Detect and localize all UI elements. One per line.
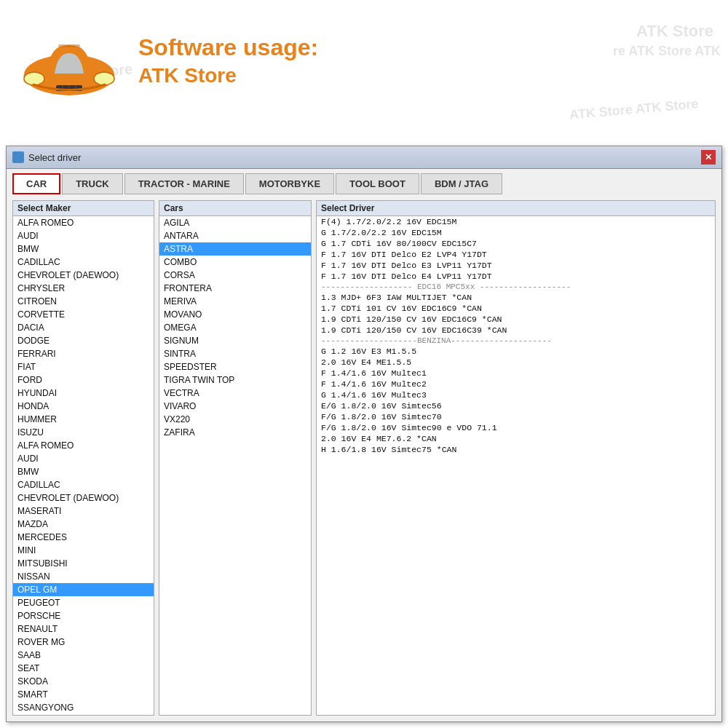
dialog-titlebar: Select driver ✕ bbox=[7, 146, 721, 169]
maker-item[interactable]: PORSCHE bbox=[13, 609, 154, 622]
car-item[interactable]: COMBO bbox=[159, 256, 311, 269]
cars-panel-header: Cars bbox=[159, 201, 311, 216]
car-item[interactable]: OMEGA bbox=[159, 321, 311, 334]
car-item[interactable]: MOVANO bbox=[159, 308, 311, 321]
maker-item[interactable]: MINI bbox=[13, 544, 154, 557]
maker-item[interactable]: FERRARI bbox=[13, 347, 154, 360]
car-item[interactable]: CORSA bbox=[159, 269, 311, 282]
car-item[interactable]: ZAFIRA bbox=[159, 426, 311, 439]
driver-item[interactable]: 1.9 CDTi 120/150 CV 16V EDC16C39 *CAN bbox=[317, 325, 715, 336]
maker-item[interactable]: CADILLAC bbox=[13, 478, 154, 491]
driver-item[interactable]: F 1.7 16V DTI Delco E2 LVP4 Y17DT bbox=[317, 249, 715, 260]
car-item[interactable]: VX220 bbox=[159, 413, 311, 426]
maker-item[interactable]: SAAB bbox=[13, 649, 154, 662]
driver-item[interactable]: 2.0 16V E4 ME7.6.2 *CAN bbox=[317, 433, 715, 444]
maker-item[interactable]: ALFA ROMEO bbox=[13, 439, 154, 452]
maker-item[interactable]: BMW bbox=[13, 242, 154, 256]
driver-item[interactable]: F(4) 1.7/2.0/2.2 16V EDC15M bbox=[317, 216, 715, 227]
car-item[interactable]: MERIVA bbox=[159, 295, 311, 308]
driver-item[interactable]: G 1.7 CDTi 16V 80/100CV EDC15C7 bbox=[317, 238, 715, 249]
driver-item[interactable]: 2.0 16V E4 ME1.5.5 bbox=[317, 357, 715, 368]
driver-divider: --------------------BENZINA-------------… bbox=[317, 336, 715, 346]
tab-tractormarine[interactable]: TRACTOR - MARINE bbox=[124, 173, 244, 194]
maker-item[interactable]: CADILLAC bbox=[13, 256, 154, 269]
maker-item[interactable]: MASERATI bbox=[13, 505, 154, 518]
maker-item[interactable]: OPEL GM bbox=[13, 583, 154, 596]
maker-item[interactable]: AUDI bbox=[13, 452, 154, 465]
driver-item[interactable]: F 1.7 16V DTI Delco E3 LVP11 Y17DT bbox=[317, 260, 715, 271]
maker-item[interactable]: AUDI bbox=[13, 229, 154, 242]
top-area: Software usage: ATK Store bbox=[0, 0, 728, 115]
close-button[interactable]: ✕ bbox=[701, 150, 716, 165]
driver-item[interactable]: 1.7 CDTi 101 CV 16V EDC16C9 *CAN bbox=[317, 303, 715, 314]
maker-item[interactable]: ROVER MG bbox=[13, 636, 154, 649]
tab-bdmjtag[interactable]: BDM / JTAG bbox=[421, 173, 502, 194]
maker-item[interactable]: MAZDA bbox=[13, 518, 154, 531]
maker-item[interactable]: HONDA bbox=[13, 400, 154, 413]
driver-item[interactable]: 1.3 MJD+ 6F3 IAW MULTIJET *CAN bbox=[317, 292, 715, 303]
drivers-panel: Select Driver F(4) 1.7/2.0/2.2 16V EDC15… bbox=[316, 200, 716, 716]
maker-item[interactable]: FIAT bbox=[13, 360, 154, 373]
driver-item[interactable]: E/G 1.8/2.0 16V Simtec56 bbox=[317, 400, 715, 411]
maker-item[interactable]: DODGE bbox=[13, 334, 154, 347]
drivers-panel-header: Select Driver bbox=[317, 201, 715, 216]
tab-car[interactable]: CAR bbox=[12, 173, 60, 194]
maker-item[interactable]: SKODA bbox=[13, 675, 154, 688]
driver-item[interactable]: H 1.6/1.8 16V Simtec75 *CAN bbox=[317, 444, 715, 455]
car-item[interactable]: VIVARO bbox=[159, 400, 311, 413]
maker-item[interactable]: ISUZU bbox=[13, 426, 154, 439]
tab-toolboot[interactable]: TOOL BOOT bbox=[336, 173, 419, 194]
cars-list[interactable]: AGILAANTARAASTRACOMBOCORSAFRONTERAMERIVA… bbox=[159, 216, 311, 715]
maker-item[interactable]: CHEVROLET (DAEWOO) bbox=[13, 491, 154, 505]
car-item[interactable]: FRONTERA bbox=[159, 282, 311, 295]
driver-item[interactable]: F/G 1.8/2.0 16V Simtec70 bbox=[317, 411, 715, 422]
driver-item[interactable]: F 1.7 16V DTI Delco E4 LVP11 Y17DT bbox=[317, 271, 715, 282]
car-item[interactable]: VECTRA bbox=[159, 387, 311, 400]
driver-item[interactable]: F 1.4/1.6 16V Multec1 bbox=[317, 368, 715, 379]
maker-item[interactable]: CHRYSLER bbox=[13, 282, 154, 295]
driver-divider: ------------------- EDC16 MPC5xx -------… bbox=[317, 282, 715, 292]
car-item[interactable]: AGILA bbox=[159, 216, 311, 229]
maker-item[interactable]: HUMMER bbox=[13, 413, 154, 426]
driver-item[interactable]: F/G 1.8/2.0 16V Simtec90 e VDO 71.1 bbox=[317, 422, 715, 433]
driver-item[interactable]: F 1.4/1.6 16V Multec2 bbox=[317, 379, 715, 389]
maker-item[interactable]: CORVETTE bbox=[13, 308, 154, 321]
maker-item[interactable]: SEAT bbox=[13, 662, 154, 675]
maker-item[interactable]: HYUNDAI bbox=[13, 387, 154, 400]
tab-bar: CARTRUCKTRACTOR - MARINEMOTORBYKETOOL BO… bbox=[7, 169, 721, 194]
header-right: Software usage: ATK Store bbox=[138, 34, 318, 87]
tab-motorbyke[interactable]: MOTORBYKE bbox=[245, 173, 334, 194]
driver-item[interactable]: G 1.2 16V E3 M1.5.5 bbox=[317, 346, 715, 357]
maker-item[interactable]: SMART bbox=[13, 688, 154, 701]
car-item[interactable]: ANTARA bbox=[159, 229, 311, 242]
svg-rect-7 bbox=[58, 44, 80, 47]
car-item[interactable]: ASTRA bbox=[159, 242, 311, 256]
maker-item[interactable]: MERCEDES bbox=[13, 531, 154, 544]
car-item[interactable]: TIGRA TWIN TOP bbox=[159, 373, 311, 387]
maker-item[interactable]: NISSAN bbox=[13, 570, 154, 583]
maker-list[interactable]: ALFA ROMEOAUDIBMWCADILLACCHEVROLET (DAEW… bbox=[13, 216, 154, 715]
maker-item[interactable]: SUZUKI bbox=[13, 714, 154, 715]
maker-item[interactable]: CITROEN bbox=[13, 295, 154, 308]
maker-item[interactable]: RENAULT bbox=[13, 622, 154, 636]
software-usage-title: Software usage: bbox=[138, 34, 318, 61]
tab-truck[interactable]: TRUCK bbox=[62, 173, 123, 194]
maker-item[interactable]: DACIA bbox=[13, 321, 154, 334]
drivers-list[interactable]: F(4) 1.7/2.0/2.2 16V EDC15MG 1.7/2.0/2.2… bbox=[317, 216, 715, 715]
driver-item[interactable]: 1.9 CDTi 120/150 CV 16V EDC16C9 *CAN bbox=[317, 314, 715, 325]
svg-point-2 bbox=[94, 72, 114, 85]
car-item[interactable]: SIGNUM bbox=[159, 334, 311, 347]
driver-item[interactable]: G 1.4/1.6 16V Multec3 bbox=[317, 389, 715, 400]
maker-item[interactable]: SSANGYONG bbox=[13, 701, 154, 714]
maker-item[interactable]: PEUGEOT bbox=[13, 596, 154, 609]
driver-item[interactable]: G 1.7/2.0/2.2 16V EDC15M bbox=[317, 227, 715, 238]
car-item[interactable]: SINTRA bbox=[159, 347, 311, 360]
maker-item[interactable]: CHEVROLET (DAEWOO) bbox=[13, 269, 154, 282]
maker-panel: Select Maker ALFA ROMEOAUDIBMWCADILLACCH… bbox=[12, 200, 154, 716]
maker-item[interactable]: ALFA ROMEO bbox=[13, 216, 154, 229]
maker-item[interactable]: BMW bbox=[13, 465, 154, 478]
maker-item[interactable]: MITSUBISHI bbox=[13, 557, 154, 570]
maker-item[interactable]: FORD bbox=[13, 373, 154, 387]
svg-point-1 bbox=[24, 72, 44, 85]
car-item[interactable]: SPEEDSTER bbox=[159, 360, 311, 373]
